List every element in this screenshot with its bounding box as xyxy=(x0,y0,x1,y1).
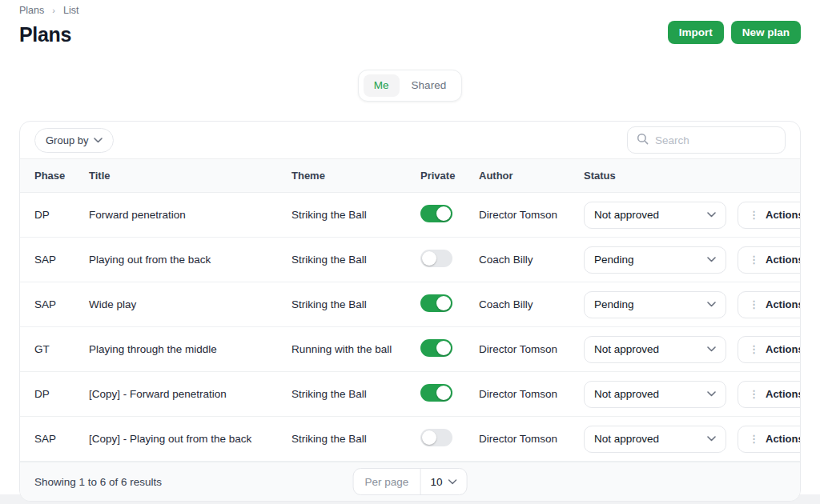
plans-table-card: Group by Phase Title Theme Private Autho… xyxy=(19,121,801,502)
actions-button[interactable]: ⋮ Actions xyxy=(738,246,801,274)
header-actions: Import New plan xyxy=(668,21,801,44)
status-value: Not approved xyxy=(594,343,659,355)
breadcrumb-plans[interactable]: Plans xyxy=(19,5,44,16)
tabs-wrapper: Me Shared xyxy=(0,70,820,102)
actions-button[interactable]: ⋮ Actions xyxy=(738,291,801,318)
column-header-title: Title xyxy=(89,170,291,182)
table-body: DP Forward penetration Striking the Ball… xyxy=(20,193,800,462)
status-value: Pending xyxy=(594,298,634,310)
status-value: Not approved xyxy=(594,433,659,445)
status-cell: Not approved xyxy=(584,381,738,408)
private-cell xyxy=(420,250,479,270)
private-toggle[interactable] xyxy=(420,429,452,446)
tab-me[interactable]: Me xyxy=(364,74,400,97)
theme-cell: Running with the ball xyxy=(291,343,420,355)
toggle-knob xyxy=(436,296,451,310)
group-by-label: Group by xyxy=(46,134,88,146)
title-cell: Playing through the middle xyxy=(89,343,291,355)
actions-cell: ⋮ Actions xyxy=(738,381,801,408)
actions-cell: ⋮ Actions xyxy=(738,336,801,363)
table-row: GT Playing through the middle Running wi… xyxy=(20,327,800,372)
kebab-menu-icon: ⋮ xyxy=(749,254,759,265)
table-row: DP [Copy] - Forward penetration Striking… xyxy=(20,372,800,417)
theme-cell: Striking the Ball xyxy=(291,388,420,400)
status-dropdown[interactable]: Not approved xyxy=(584,202,726,229)
toggle-knob xyxy=(436,341,451,355)
import-button[interactable]: Import xyxy=(668,21,724,44)
status-dropdown[interactable]: Pending xyxy=(584,246,726,274)
actions-button[interactable]: ⋮ Actions xyxy=(738,336,801,363)
actions-cell: ⋮ Actions xyxy=(738,426,801,453)
author-cell: Director Tomson xyxy=(479,433,584,445)
group-by-button[interactable]: Group by xyxy=(34,128,114,153)
chevron-down-icon xyxy=(94,138,102,143)
table-footer: Showing 1 to 6 of 6 results Per page 10 xyxy=(20,462,800,501)
private-toggle[interactable] xyxy=(420,205,452,222)
actions-button[interactable]: ⋮ Actions xyxy=(738,202,801,229)
breadcrumb-list[interactable]: List xyxy=(63,5,78,16)
toggle-knob xyxy=(436,206,451,221)
theme-cell: Striking the Ball xyxy=(291,298,420,310)
actions-label: Actions xyxy=(766,209,801,221)
private-cell xyxy=(420,429,479,449)
chevron-down-icon xyxy=(707,346,716,352)
actions-button[interactable]: ⋮ Actions xyxy=(738,381,801,408)
breadcrumb-separator-icon: › xyxy=(52,6,55,15)
table-row: SAP [Copy] - Playing out from the back S… xyxy=(20,417,800,462)
private-toggle[interactable] xyxy=(420,250,452,267)
actions-label: Actions xyxy=(766,254,801,266)
status-value: Not approved xyxy=(594,209,659,221)
theme-cell: Striking the Ball xyxy=(291,433,420,445)
private-toggle[interactable] xyxy=(420,339,452,357)
actions-label: Actions xyxy=(766,343,801,355)
chevron-down-icon xyxy=(448,479,456,485)
chevron-down-icon xyxy=(707,436,716,442)
chevron-down-icon xyxy=(707,302,716,307)
search-input[interactable] xyxy=(655,134,776,146)
phase-cell: SAP xyxy=(34,433,89,445)
private-toggle[interactable] xyxy=(420,384,452,402)
chevron-down-icon xyxy=(707,257,716,262)
title-cell: Forward penetration xyxy=(89,209,291,221)
status-dropdown[interactable]: Not approved xyxy=(584,336,726,363)
theme-cell: Striking the Ball xyxy=(291,209,420,221)
kebab-menu-icon: ⋮ xyxy=(749,434,759,444)
actions-cell: ⋮ Actions xyxy=(738,246,801,274)
page-header: Plans › List Plans Import New plan xyxy=(0,0,820,46)
new-plan-button[interactable]: New plan xyxy=(731,21,801,44)
title-cell: [Copy] - Forward penetration xyxy=(89,388,291,400)
status-cell: Not approved xyxy=(584,336,738,363)
kebab-menu-icon: ⋮ xyxy=(749,299,759,310)
column-header-author: Author xyxy=(479,170,584,182)
kebab-menu-icon: ⋮ xyxy=(749,344,759,354)
per-page-value: 10 xyxy=(430,476,442,488)
per-page-select[interactable]: 10 xyxy=(420,469,466,494)
per-page-control: Per page 10 xyxy=(353,468,468,495)
status-dropdown[interactable]: Not approved xyxy=(584,426,726,453)
title-cell: Wide play xyxy=(89,298,291,310)
tab-shared[interactable]: Shared xyxy=(401,74,457,97)
status-cell: Not approved xyxy=(584,202,738,229)
column-header-phase: Phase xyxy=(34,170,89,182)
actions-label: Actions xyxy=(766,433,801,445)
toggle-knob xyxy=(422,251,436,266)
toggle-knob xyxy=(422,430,436,445)
status-dropdown[interactable]: Not approved xyxy=(584,381,726,408)
breadcrumb: Plans › List xyxy=(19,3,801,16)
title-cell: Playing out from the back xyxy=(89,254,291,266)
actions-label: Actions xyxy=(766,298,801,310)
actions-button[interactable]: ⋮ Actions xyxy=(738,426,801,453)
phase-cell: GT xyxy=(34,343,89,355)
search-box[interactable] xyxy=(627,126,786,154)
private-cell xyxy=(420,339,479,359)
status-value: Pending xyxy=(594,254,634,266)
search-icon xyxy=(637,133,649,148)
author-cell: Director Tomson xyxy=(479,209,584,221)
status-value: Not approved xyxy=(594,388,659,400)
phase-cell: SAP xyxy=(34,298,89,310)
status-dropdown[interactable]: Pending xyxy=(584,291,726,318)
per-page-label: Per page xyxy=(354,469,421,494)
private-toggle[interactable] xyxy=(420,294,452,312)
table-header-row: Phase Title Theme Private Author Status xyxy=(20,158,800,193)
author-cell: Coach Billy xyxy=(479,254,584,266)
